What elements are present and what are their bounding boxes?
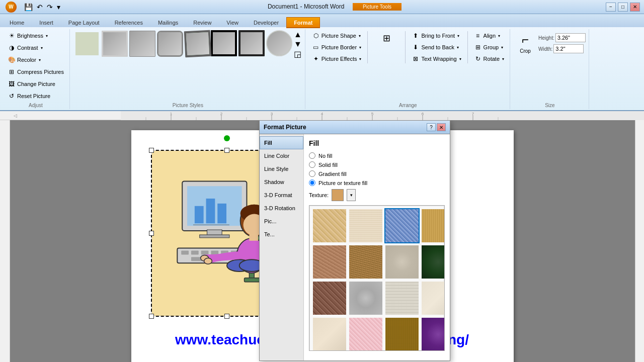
reset-icon: ↺ — [8, 92, 16, 100]
tab-view[interactable]: View — [219, 17, 246, 27]
texture-granite[interactable] — [348, 281, 383, 316]
style-2[interactable] — [102, 31, 128, 57]
style-6[interactable] — [211, 30, 237, 56]
texture-pink[interactable] — [348, 317, 383, 351]
texture-brown-paper[interactable] — [312, 244, 347, 280]
svg-rect-53 — [249, 235, 258, 241]
nav-shadow[interactable]: Shadow — [260, 175, 303, 189]
tab-format[interactable]: Format — [286, 17, 320, 28]
styles-more[interactable]: ◲ — [294, 49, 302, 59]
bring-to-front-button[interactable]: ⬆ Bring to Front ▾ — [409, 30, 463, 41]
svg-text:2: 2 — [220, 112, 223, 116]
solid-fill-radio[interactable] — [309, 161, 315, 168]
texture-recycled[interactable] — [384, 281, 420, 316]
nav-fill[interactable]: Fill — [260, 136, 303, 149]
position-button[interactable]: ⊞ — [371, 30, 401, 48]
tab-references[interactable]: References — [107, 17, 150, 27]
undo-button[interactable]: ↶ — [36, 2, 44, 12]
nav-picture[interactable]: Pic... — [260, 215, 303, 228]
handle-middle-left[interactable] — [149, 231, 154, 236]
texture-tan[interactable] — [312, 317, 347, 351]
tab-review[interactable]: Review — [186, 17, 219, 27]
align-button[interactable]: ≡ Align ▾ — [471, 30, 507, 41]
picture-shape-button[interactable]: ⬡ Picture Shape ▾ — [309, 30, 364, 41]
nav-line-color[interactable]: Line Color — [260, 149, 303, 162]
texture-parchment[interactable] — [421, 281, 445, 316]
picture-texture-radio[interactable] — [309, 179, 315, 186]
change-picture-button[interactable]: 🖼 Change Picture — [5, 78, 58, 89]
tab-page-layout[interactable]: Page Layout — [61, 17, 107, 27]
nav-3d-format[interactable]: 3-D Format — [260, 189, 303, 202]
nav-text-box[interactable]: Te... — [260, 228, 303, 241]
styles-scroll-down[interactable]: ▼ — [294, 40, 302, 49]
rotation-handle[interactable] — [224, 135, 230, 141]
size-content: ⌐ Crop Height: Width: — [514, 30, 586, 102]
office-button[interactable]: W — [6, 2, 17, 13]
dialog-sidebar: Fill Line Color Line Style Shadow 3-D Fo… — [260, 134, 304, 360]
dialog-help-button[interactable]: ? — [427, 123, 436, 131]
send-to-back-button[interactable]: ⬇ Send to Back ▾ — [409, 42, 463, 53]
save-button[interactable]: 💾 — [23, 2, 34, 12]
style-5[interactable] — [184, 30, 212, 58]
texture-burlap[interactable] — [421, 208, 445, 243]
gradient-fill-radio[interactable] — [309, 170, 315, 177]
crop-button[interactable]: ⌐ Crop — [514, 30, 536, 56]
texture-preview[interactable] — [332, 189, 344, 201]
dialog-close-button[interactable]: ✕ — [437, 123, 446, 131]
nav-line-style[interactable]: Line Style — [260, 162, 303, 175]
texture-label: Texture: — [309, 192, 329, 198]
reset-picture-button[interactable]: ↺ Reset Picture — [5, 90, 53, 102]
texture-linen[interactable] — [348, 208, 383, 243]
picture-border-button[interactable]: ▭ Picture Border ▾ — [309, 42, 364, 53]
texture-sand[interactable] — [384, 244, 420, 280]
style-1[interactable] — [74, 31, 100, 57]
recolor-button[interactable]: 🎨 Recolor ▾ — [5, 54, 43, 65]
picture-effects-button[interactable]: ✦ Picture Effects ▾ — [309, 53, 364, 64]
qat-dropdown-button[interactable]: ▾ — [56, 2, 61, 12]
style-8[interactable] — [266, 30, 292, 56]
svg-text:7: 7 — [472, 112, 474, 116]
group-icon: ⊞ — [474, 43, 482, 51]
picture-styles-group-label: Picture Styles — [74, 102, 302, 108]
compress-pictures-button[interactable]: ⊞ Compress Pictures — [5, 66, 66, 77]
texture-brown-marble[interactable] — [312, 281, 347, 316]
adjust-group-content: ☀ Brightness ▾ ◑ Contrast ▾ 🎨 Recolor ▾ … — [5, 30, 66, 102]
texture-selector-row: Texture: ▾ — [309, 189, 445, 201]
rotate-button[interactable]: ↻ Rotate ▾ — [471, 53, 507, 64]
texture-purple[interactable] — [421, 317, 445, 351]
nav-3d-rotation[interactable]: 3-D Rotation — [260, 202, 303, 215]
no-fill-row: No fill — [309, 152, 445, 159]
adjust-group-label: Adjust — [5, 102, 66, 108]
texture-wheat[interactable] — [312, 208, 347, 243]
style-7[interactable] — [238, 30, 265, 56]
handle-bottom-left[interactable] — [149, 314, 154, 319]
texture-scroll-area[interactable] — [309, 205, 445, 351]
tab-home[interactable]: Home — [2, 17, 32, 27]
maximize-button[interactable]: □ — [618, 3, 628, 12]
texture-medium-wood[interactable] — [384, 317, 420, 351]
texture-reed[interactable] — [348, 244, 383, 280]
handle-bottom-middle[interactable] — [224, 314, 229, 319]
style-4[interactable] — [157, 31, 183, 57]
contrast-button[interactable]: ◑ Contrast ▾ — [5, 42, 45, 53]
handle-top-left[interactable] — [149, 148, 154, 153]
tab-mailings[interactable]: Mailings — [150, 17, 186, 27]
texture-blue-weave[interactable] — [384, 208, 420, 243]
texture-dropdown[interactable]: ▾ — [347, 189, 356, 201]
tab-developer[interactable]: Developer — [246, 17, 286, 27]
arrange-separator-3 — [467, 31, 468, 63]
width-input[interactable] — [553, 44, 584, 53]
minimize-button[interactable]: − — [606, 3, 616, 12]
brightness-button[interactable]: ☀ Brightness ▾ — [5, 30, 50, 41]
close-button[interactable]: ✕ — [630, 3, 640, 12]
handle-top-middle[interactable] — [224, 148, 229, 153]
texture-dark-green[interactable] — [421, 244, 445, 280]
styles-scroll-up[interactable]: ▲ — [294, 30, 302, 39]
group-button[interactable]: ⊞ Group ▾ — [471, 42, 507, 53]
height-input[interactable] — [555, 33, 586, 42]
redo-button[interactable]: ↷ — [46, 2, 54, 12]
text-wrapping-button[interactable]: ⊠ Text Wrapping ▾ — [409, 53, 463, 64]
style-3[interactable] — [129, 31, 155, 57]
tab-insert[interactable]: Insert — [32, 17, 61, 27]
no-fill-radio[interactable] — [309, 152, 315, 159]
